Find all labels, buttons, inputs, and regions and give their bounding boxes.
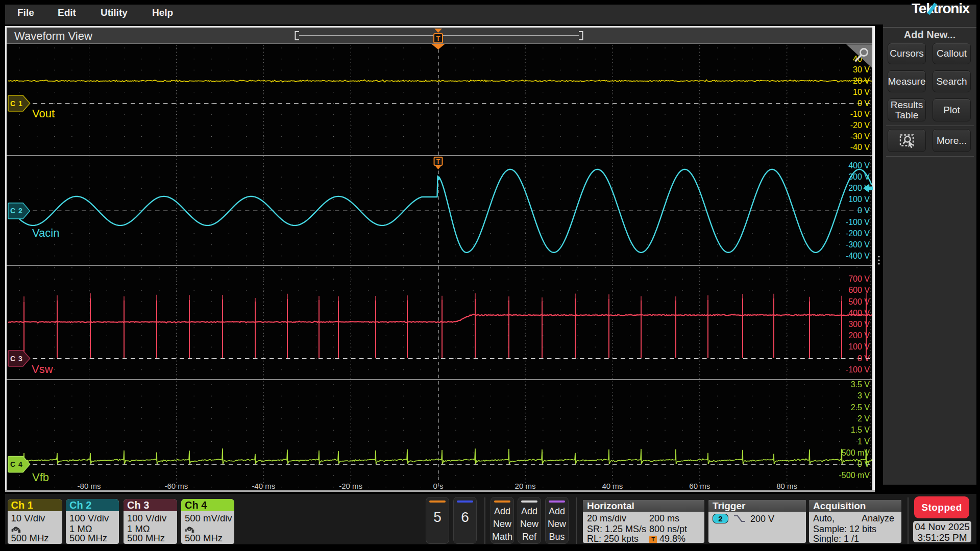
svg-text:0 s: 0 s [433, 482, 443, 490]
svg-text:500 mV: 500 mV [842, 448, 870, 457]
svg-text:60 ms: 60 ms [689, 482, 710, 490]
svg-text:T: T [436, 158, 440, 165]
svg-text:300 V: 300 V [848, 320, 870, 329]
svg-text:300 V: 300 V [848, 172, 870, 181]
svg-text:-80 ms: -80 ms [78, 482, 101, 490]
svg-text:-20 ms: -20 ms [339, 482, 362, 490]
svg-text:-400 V: -400 V [846, 252, 870, 260]
svg-text:20 V: 20 V [853, 77, 870, 85]
svg-text:2.5 V: 2.5 V [851, 403, 870, 412]
svg-text:-200 V: -200 V [846, 229, 870, 238]
svg-text:-10 V: -10 V [850, 110, 870, 118]
svg-text:40 ms: 40 ms [602, 482, 623, 490]
svg-text:-100 V: -100 V [846, 218, 870, 227]
svg-text:600 V: 600 V [848, 286, 870, 294]
svg-text:3.5 V: 3.5 V [851, 380, 870, 389]
svg-text:0 V: 0 V [857, 460, 870, 468]
svg-text:80 ms: 80 ms [776, 482, 797, 490]
svg-text:C 1: C 1 [10, 99, 23, 108]
svg-text:700 V: 700 V [848, 274, 870, 283]
svg-text:Vacin: Vacin [32, 227, 59, 239]
svg-text:-500 mV: -500 mV [839, 471, 870, 480]
svg-text:2 V: 2 V [857, 414, 870, 423]
svg-text:500 V: 500 V [848, 297, 870, 306]
svg-text:1 V: 1 V [857, 437, 870, 446]
svg-text:T: T [436, 35, 440, 42]
svg-text:C 2: C 2 [10, 207, 23, 215]
svg-text:100 V: 100 V [848, 342, 870, 351]
svg-text:C 3: C 3 [10, 355, 23, 363]
svg-text:3 V: 3 V [857, 391, 870, 400]
svg-text:-40 ms: -40 ms [252, 482, 275, 490]
svg-text:20 ms: 20 ms [515, 482, 536, 490]
svg-text:Vsw: Vsw [32, 363, 53, 375]
svg-text:-60 ms: -60 ms [164, 482, 188, 490]
svg-text:Vout: Vout [32, 107, 55, 120]
svg-text:400 V: 400 V [848, 161, 870, 170]
svg-text:400 V: 400 V [848, 309, 870, 317]
svg-text:1.5 V: 1.5 V [851, 425, 870, 434]
svg-text:Vfb: Vfb [32, 471, 49, 484]
svg-text:0 V: 0 V [857, 354, 870, 363]
svg-text:30 V: 30 V [853, 65, 870, 74]
svg-text:-30 V: -30 V [850, 132, 870, 141]
svg-text:0 V: 0 V [857, 99, 870, 108]
svg-text:100 V: 100 V [848, 195, 870, 204]
svg-text:10 V: 10 V [853, 88, 870, 96]
svg-text:-40 V: -40 V [850, 143, 870, 152]
svg-text:-20 V: -20 V [850, 121, 870, 130]
svg-text:200 V: 200 V [848, 331, 870, 340]
svg-text:-100 V: -100 V [846, 365, 870, 374]
svg-text:-300 V: -300 V [846, 240, 870, 249]
svg-text:0 V: 0 V [857, 206, 870, 215]
svg-text:C 4: C 4 [10, 460, 23, 468]
